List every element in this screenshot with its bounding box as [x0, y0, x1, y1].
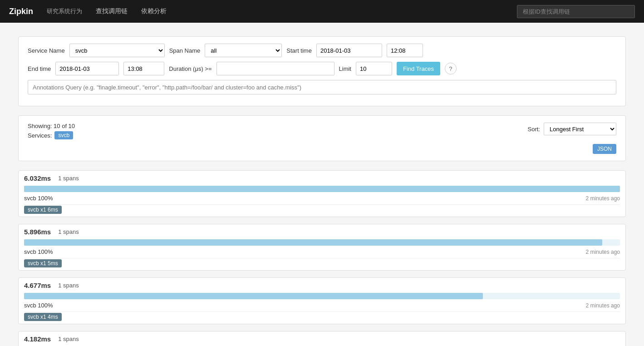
navbar: Zipkin 研究系统行为 查找调用链 依赖分析 [0, 0, 644, 23]
limit-label: Limit [339, 65, 351, 72]
end-date-input[interactable] [55, 62, 119, 75]
span-name-label: Span Name [169, 47, 201, 54]
navbar-tagline: 研究系统行为 [47, 7, 82, 15]
trace-service-name: svcb 100% [24, 302, 53, 309]
find-traces-nav-link[interactable]: 查找调用链 [96, 7, 128, 15]
trace-badge-row: svcb x1 4ms [19, 312, 625, 324]
trace-service-badge[interactable]: svcb x1 4ms [24, 313, 62, 321]
trace-card[interactable]: 4.677ms 1 spans svcb 100% 2 minutes ago … [18, 277, 626, 324]
showing-text: Showing: 10 of 10 [28, 123, 75, 129]
navbar-links: 查找调用链 依赖分析 [96, 7, 167, 15]
trace-duration: 4.677ms [24, 282, 51, 289]
trace-service-badge[interactable]: svcb x1 5ms [24, 259, 62, 267]
sort-label: Sort: [528, 126, 540, 133]
span-name-select[interactable]: all [205, 44, 282, 57]
trace-id-search-input[interactable] [517, 5, 635, 18]
services-row: Services: svcb [28, 131, 75, 139]
json-button[interactable]: JSON [593, 144, 616, 154]
trace-bar-container [19, 237, 625, 247]
trace-spans: 1 spans [58, 282, 79, 289]
trace-card[interactable]: 5.896ms 1 spans svcb 100% 2 minutes ago … [18, 224, 626, 271]
trace-badge-row: svcb x1 6ms [19, 205, 625, 217]
trace-duration: 4.182ms [24, 335, 51, 343]
start-time-input[interactable] [387, 44, 423, 57]
trace-header: 4.677ms 1 spans [19, 278, 625, 291]
trace-bar-background [24, 239, 620, 246]
trace-service-row: svcb 100% 2 minutes ago [19, 247, 625, 258]
navbar-brand: Zipkin [9, 7, 33, 16]
trace-bar-container [19, 184, 625, 194]
trace-duration: 5.896ms [24, 228, 51, 236]
help-button[interactable]: ? [445, 63, 457, 74]
trace-bar-fill [24, 293, 483, 299]
results-bottom-row: JSON [28, 144, 616, 154]
trace-card[interactable]: 4.182ms 1 spans svcb 100% 2 minutes ago … [18, 331, 626, 346]
duration-label: Duration (μs) >= [169, 65, 211, 72]
trace-service-row: svcb 100% 2 minutes ago [19, 194, 625, 204]
trace-header: 6.032ms 1 spans [19, 171, 625, 184]
annotations-query-input[interactable] [28, 80, 616, 94]
services-label: Services: [28, 132, 52, 139]
trace-bar-fill [24, 239, 602, 246]
trace-header: 4.182ms 1 spans [19, 331, 625, 345]
duration-input[interactable] [216, 62, 334, 75]
trace-time-ago: 2 minutes ago [586, 195, 620, 202]
trace-service-row: svcb 100% 2 minutes ago [19, 301, 625, 311]
navbar-search-container [517, 5, 635, 18]
dependency-analysis-nav-link[interactable]: 依赖分析 [141, 7, 167, 15]
trace-service-name: svcb 100% [24, 248, 53, 255]
trace-badge-row: svcb x1 5ms [19, 258, 625, 270]
trace-bar-background [24, 186, 620, 192]
search-row-1: Service Name svcb Span Name all Start ti… [28, 44, 616, 57]
trace-header: 5.896ms 1 spans [19, 224, 625, 237]
trace-spans: 1 spans [58, 228, 79, 235]
sort-row: Sort: Longest First Shortest First Newes… [528, 123, 616, 135]
trace-bar-fill [24, 186, 620, 192]
service-filter-badge[interactable]: svcb [54, 131, 73, 139]
trace-list: 6.032ms 1 spans svcb 100% 2 minutes ago … [18, 170, 626, 346]
trace-spans: 1 spans [58, 336, 79, 342]
trace-time-ago: 2 minutes ago [586, 302, 620, 309]
service-name-select[interactable]: svcb [69, 44, 165, 57]
trace-time-ago: 2 minutes ago [586, 249, 620, 255]
trace-bar-background [24, 293, 620, 299]
trace-service-badge[interactable]: svcb x1 6ms [24, 206, 62, 214]
sort-select[interactable]: Longest First Shortest First Newest Firs… [544, 123, 616, 135]
start-date-input[interactable] [316, 44, 382, 57]
limit-input[interactable] [356, 62, 392, 75]
search-row-3 [28, 80, 616, 94]
trace-service-name: svcb 100% [24, 195, 53, 202]
trace-spans: 1 spans [58, 175, 79, 182]
start-time-label: Start time [286, 47, 312, 54]
trace-bar-container [19, 291, 625, 301]
end-time-label: End time [28, 65, 51, 72]
search-panel: Service Name svcb Span Name all Start ti… [18, 36, 626, 106]
service-name-label: Service Name [28, 47, 65, 54]
main-content: Service Name svcb Span Name all Start ti… [0, 23, 644, 346]
find-traces-button[interactable]: Find Traces [397, 62, 440, 75]
results-top: Showing: 10 of 10 Services: svcb Sort: L… [28, 123, 616, 139]
search-row-2: End time Duration (μs) >= Limit Find Tra… [28, 62, 616, 75]
trace-card[interactable]: 6.032ms 1 spans svcb 100% 2 minutes ago … [18, 170, 626, 217]
end-time-input[interactable] [123, 62, 164, 75]
results-panel: Showing: 10 of 10 Services: svcb Sort: L… [18, 115, 626, 161]
results-info-container: Showing: 10 of 10 Services: svcb [28, 123, 75, 139]
trace-duration: 6.032ms [24, 174, 51, 182]
